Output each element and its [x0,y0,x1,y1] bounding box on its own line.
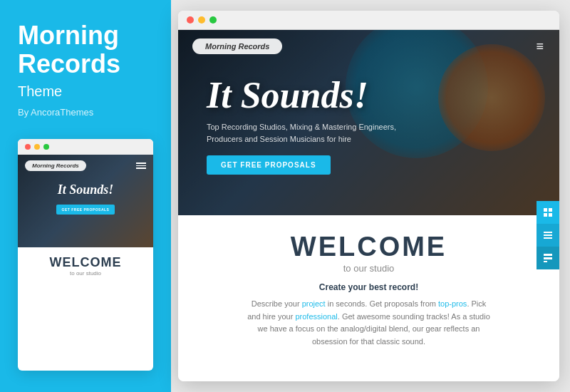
theme-subtitle: Theme [18,83,153,100]
main-dot-yellow [198,16,205,24]
mini-hero-heading: It Sounds! [18,182,153,197]
main-browser-mockup: Morning Records ≡ It Sounds! Top Recordi… [178,11,559,381]
svg-rect-1 [549,208,552,212]
main-welcome-body: Describe your project in seconds. Get pr… [244,298,494,348]
main-welcome-tagline: Create your best record! [200,282,538,292]
sidebar-icons [537,201,559,269]
right-panel: Morning Records ≡ It Sounds! Top Recordi… [171,0,570,392]
main-dot-red [187,16,194,24]
mini-hero-section: Morning Records It Sounds! GET FREE PROP… [18,155,153,247]
main-logo: Morning Records [192,38,282,54]
main-browser-bar [178,11,559,30]
sidebar-icon-1[interactable] [537,201,559,224]
main-dot-green [209,16,217,24]
svg-rect-7 [544,254,552,256]
svg-rect-9 [544,261,547,262]
main-hero-heading: It Sounds! [207,77,531,114]
svg-rect-2 [544,213,547,217]
project-link[interactable]: project [302,299,326,308]
left-panel: Morning Records Theme By AncoraThemes Mo… [0,0,171,392]
mini-hero-cta: GET FREE PROPOSALS [56,205,115,215]
mini-welcome-subtitle: to our studio [25,270,146,277]
mini-browser-content: Morning Records It Sounds! GET FREE PROP… [18,155,153,371]
mini-welcome-section: WELCOME to our studio [18,247,153,285]
main-browser-content: Morning Records ≡ It Sounds! Top Recordi… [178,30,559,381]
mini-browser-bar [18,139,153,155]
main-hero-content: It Sounds! Top Recording Studios, Mixing… [178,63,559,189]
main-hero-section: Morning Records ≡ It Sounds! Top Recordi… [178,30,559,215]
svg-rect-5 [544,234,552,236]
top-pros-link[interactable]: top-pros [438,299,467,308]
sidebar-icon-2[interactable] [537,224,559,247]
professional-link[interactable]: professional [295,312,337,321]
mini-dot-red [25,144,31,150]
main-welcome-subtitle: to our studio [200,263,538,274]
mini-browser-mockup: Morning Records It Sounds! GET FREE PROP… [18,139,153,371]
mini-nav: Morning Records [18,155,153,177]
svg-rect-8 [544,257,552,259]
main-welcome-title: WELCOME [200,233,538,260]
svg-rect-3 [549,213,552,217]
main-hero-subtext: Top Recording Studios, Mixing & Masterin… [207,121,406,145]
main-hero-cta-button[interactable]: GET FREE PROPOSALS [207,155,331,175]
main-hamburger-icon[interactable]: ≡ [536,39,545,54]
svg-rect-0 [544,208,547,212]
theme-title: Morning Records [18,21,153,78]
mini-welcome-title: WELCOME [25,256,146,269]
main-nav: Morning Records ≡ [178,30,559,63]
mini-dot-yellow [34,144,40,150]
sidebar-icon-3[interactable] [537,247,559,269]
mini-hamburger-icon [136,163,146,169]
mini-hero-text: It Sounds! GET FREE PROPOSALS [18,177,153,215]
svg-rect-6 [544,237,552,239]
theme-author: By AncoraThemes [18,107,153,118]
main-welcome-section: WELCOME to our studio Create your best r… [178,215,559,381]
svg-rect-4 [544,232,552,233]
mini-dot-green [43,144,49,150]
mini-logo: Morning Records [25,160,86,171]
